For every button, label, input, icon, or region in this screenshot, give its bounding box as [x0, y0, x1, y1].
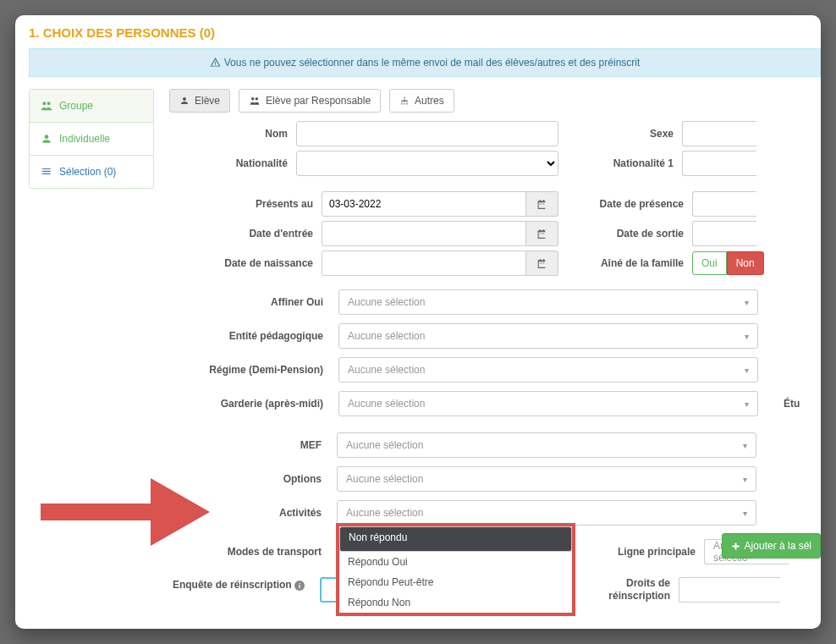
mef-select[interactable]: Aucune sélection	[337, 432, 756, 458]
calendar-button[interactable]	[526, 250, 558, 276]
enquete-dropdown-list: Non répondu Répondu Oui Répondu Peut-êtr…	[336, 523, 575, 616]
tab-eleve-responsable[interactable]: Elève par Responsable	[239, 89, 381, 113]
mode-sidebar: Groupe Individuelle Sélection (0)	[29, 89, 154, 189]
dropdown-option[interactable]: Répondu Non	[339, 592, 572, 613]
calendar-icon	[536, 228, 547, 239]
label-ligne: Ligne principale	[577, 546, 704, 558]
plus-icon	[731, 542, 740, 551]
tab-eleve[interactable]: Elève	[169, 89, 230, 113]
add-to-selection-button[interactable]: Ajouter à la sél	[722, 533, 821, 559]
label-regime: Régime (Demi-Pension)	[169, 364, 338, 376]
label-droits: Droits de réinscription	[594, 577, 679, 603]
affiner-select[interactable]: Aucune sélection	[338, 289, 758, 315]
sidebar-label-groupe: Groupe	[59, 100, 93, 112]
label-mef: MEF	[169, 439, 337, 451]
sidebar-item-individuelle[interactable]: Individuelle	[30, 123, 153, 156]
date-presence-input[interactable]	[692, 191, 756, 217]
calendar-button[interactable]	[526, 191, 558, 217]
info-icon: i	[294, 581, 305, 591]
warning-icon	[210, 57, 221, 68]
sidebar-item-selection[interactable]: Sélection (0)	[30, 156, 153, 188]
date-sortie-input[interactable]	[692, 221, 756, 246]
label-affiner: Affiner Oui	[169, 296, 338, 308]
aine-toggle: Oui Non	[692, 251, 764, 275]
activites-select[interactable]: Aucune sélection	[337, 500, 756, 526]
label-nationalite: Nationalité	[169, 157, 296, 169]
label-nom: Nom	[169, 128, 296, 140]
tab-row: Elève Elève par Responsable Autres	[169, 89, 821, 113]
aine-non-button[interactable]: Non	[727, 251, 764, 275]
tab-autres[interactable]: Autres	[389, 89, 454, 113]
label-enquete: Enquête de réinscription i	[169, 577, 320, 592]
group-icon	[40, 100, 53, 112]
garderie-select[interactable]: Aucune sélection	[338, 391, 758, 416]
label-garderie: Garderie (après-midi)	[169, 398, 338, 410]
label-aine: Aîné de la famille	[582, 257, 692, 269]
sidebar-label-individuelle: Individuelle	[59, 133, 110, 145]
label-presents-au: Présents au	[169, 198, 322, 210]
date-entree-input[interactable]	[322, 221, 526, 246]
calendar-icon	[536, 258, 547, 269]
person-icon	[40, 133, 53, 145]
nom-input[interactable]	[296, 121, 558, 146]
calendar-button[interactable]	[526, 221, 558, 246]
label-etu: Étu	[784, 398, 800, 410]
dropdown-option[interactable]: Répondu Oui	[339, 552, 572, 572]
sidebar-label-selection: Sélection (0)	[59, 166, 116, 178]
entite-select[interactable]: Aucune sélection	[338, 323, 758, 349]
aine-oui-button[interactable]: Oui	[692, 251, 727, 275]
section-title-1: 1. CHOIX DES PERSONNES (0)	[29, 25, 821, 40]
label-date-entree: Date d'entrée	[169, 228, 322, 239]
presents-au-input[interactable]	[322, 191, 526, 217]
label-date-naissance: Date de naissance	[169, 257, 322, 269]
regime-select[interactable]: Aucune sélection	[338, 357, 758, 383]
dropdown-option[interactable]: Répondu Peut-être	[339, 572, 572, 592]
nationalite-select[interactable]	[296, 151, 558, 176]
options-select[interactable]: Aucune sélection	[337, 466, 756, 492]
warning-banner: Vous ne pouvez sélectionner dans le même…	[29, 48, 821, 77]
label-date-sortie: Date de sortie	[582, 228, 692, 239]
label-sexe: Sexe	[582, 128, 682, 140]
calendar-icon	[536, 199, 547, 210]
person-icon	[179, 96, 190, 106]
dropdown-option[interactable]: Non répondu	[339, 526, 572, 552]
label-date-presence: Date de présence	[582, 198, 692, 210]
date-naissance-input[interactable]	[322, 250, 526, 276]
droits-input[interactable]	[679, 577, 780, 603]
label-nationalite1: Nationalité 1	[582, 157, 682, 169]
sidebar-item-groupe[interactable]: Groupe	[30, 90, 153, 123]
label-entite: Entité pédagogique	[169, 330, 338, 342]
annotation-arrow	[41, 474, 210, 550]
hierarchy-icon	[399, 96, 410, 106]
nationalite1-input[interactable]	[682, 151, 756, 176]
group-icon	[249, 96, 261, 106]
list-icon	[40, 166, 53, 178]
sexe-input[interactable]	[682, 121, 756, 146]
